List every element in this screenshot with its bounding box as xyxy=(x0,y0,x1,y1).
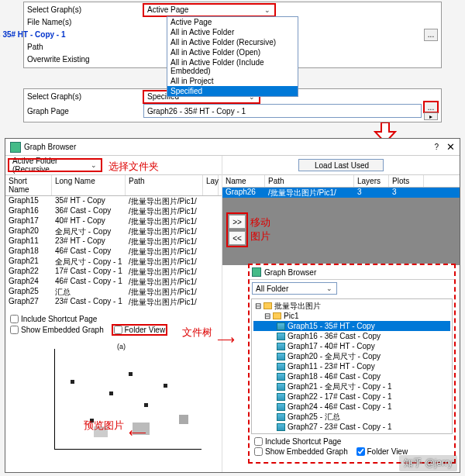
graph-icon xyxy=(277,413,285,421)
tree-item[interactable]: Graph25 - 汇总 xyxy=(253,412,450,422)
option-recursive[interactable]: All in Active Folder (Recursive) xyxy=(167,37,298,47)
app-icon xyxy=(10,142,21,153)
graph-preview: (a) xyxy=(31,341,209,457)
window-title: Graph Browser xyxy=(24,143,76,151)
col-layers-r[interactable]: Layers xyxy=(354,175,389,187)
table-row[interactable]: Graph21全局尺寸 - Copy - 1/批量导出图片/Pic1/ xyxy=(5,257,222,267)
plot-label: (a) xyxy=(117,343,126,350)
col-path-r[interactable]: Path xyxy=(265,175,354,187)
arrow-icon: ⟶ xyxy=(217,332,235,347)
graph-icon xyxy=(277,383,285,391)
watermark: 知乎 @jerry xyxy=(399,455,457,471)
graph-icon xyxy=(277,433,285,435)
tree-show-embedded[interactable]: Show Embedded Graph xyxy=(254,447,348,456)
overwrite-label: Overwrite Existing xyxy=(27,55,143,64)
chevron-down-icon: ⌄ xyxy=(323,285,335,292)
folder-view-checkbox[interactable]: Folder View xyxy=(112,325,167,335)
tree-item[interactable]: Graph21 - 全局尺寸 - Copy - 1 xyxy=(253,381,450,391)
graph-icon xyxy=(277,343,285,350)
annotation-preview: 预览图片 xyxy=(84,419,124,433)
select-graphs-label: Select Graph(s) xyxy=(27,5,143,14)
select-graphs-options[interactable]: Active Page All in Active Folder All in … xyxy=(167,16,298,97)
col-short-name[interactable]: Short Name xyxy=(5,175,52,195)
table-row[interactable]: Graph20全局尺寸 - Copy/批量导出图片/Pic1/ xyxy=(5,226,222,236)
tree-item[interactable]: Graph24 - 46# Cast - Copy - 1 xyxy=(253,402,450,412)
move-right-button[interactable]: >> xyxy=(229,215,246,229)
option-specified[interactable]: Specified xyxy=(167,86,298,96)
col-long-name[interactable]: Long Name xyxy=(52,175,126,195)
annotation-move-1: 移动 xyxy=(250,216,270,229)
tree-item[interactable]: Graph27 - 23# Cast - Copy - 1 xyxy=(253,422,450,432)
folder-icon xyxy=(264,302,272,309)
option-active-page[interactable]: Active Page xyxy=(167,17,298,27)
col-layers[interactable]: Lay xyxy=(203,175,219,195)
app-icon xyxy=(252,267,261,277)
titlebar: Graph Browser ? ✕ xyxy=(5,139,460,156)
close-button[interactable]: ✕ xyxy=(446,141,455,153)
graph-icon xyxy=(277,423,285,431)
tree-item[interactable]: Graph20 - 全局尺寸 - Copy xyxy=(253,351,450,361)
tree-item[interactable]: Graph18 - 46# Cast - Copy xyxy=(253,371,450,381)
option-open[interactable]: All in Active Folder (Open) xyxy=(167,47,298,57)
graph-page-menu-button[interactable]: ▸ xyxy=(424,112,438,120)
graph-icon xyxy=(277,363,285,371)
show-embedded-checkbox[interactable]: Show Embedded Graph xyxy=(10,326,104,334)
annotation-move-2: 图片 xyxy=(250,229,270,243)
option-project[interactable]: All in Project xyxy=(167,76,298,86)
table-row[interactable]: Graph1636# Cast - Copy/批量导出图片/Pic1/ xyxy=(5,206,222,216)
move-left-button[interactable]: << xyxy=(229,231,246,245)
tree-item[interactable]: Graph17 - 40# HT - Copy xyxy=(253,341,450,351)
option-all-active-folder[interactable]: All in Active Folder xyxy=(167,27,298,37)
table-row[interactable]: Graph1740# HT - Copy/批量导出图片/Pic1/ xyxy=(5,216,222,226)
browse-filename-button[interactable]: ... xyxy=(424,29,438,41)
tree-item[interactable]: Graph28 - 36# Cast - Copy - 1 xyxy=(253,432,450,434)
tree-title: Graph Browser xyxy=(264,268,316,277)
graph-page-label: Graph Page xyxy=(27,107,143,116)
table-row[interactable]: Graph1846# Cast - Copy/批量导出图片/Pic1/ xyxy=(5,247,222,257)
col-plots[interactable]: Plots xyxy=(389,175,424,187)
tree-filter-dropdown[interactable]: All Folder ⌄ xyxy=(252,282,337,295)
table-row[interactable]: Graph1123# HT - Copy/批量导出图片/Pic1/ xyxy=(5,236,222,247)
option-embedded[interactable]: All in Active Folder (Include Embedded) xyxy=(167,57,298,76)
table-row[interactable]: Graph26 /批量导出图片/Pic1/ 3 3 xyxy=(222,188,460,198)
tree-item[interactable]: Graph16 - 36# Cast - Copy xyxy=(253,331,450,341)
browse-graph-button[interactable]: ... xyxy=(424,102,438,112)
export-settings-panel: Select Graph(s) Active Page ⌄ File Name(… xyxy=(23,2,442,68)
help-button[interactable]: ? xyxy=(434,143,439,151)
arrow-icon: ⟵ xyxy=(129,425,146,440)
table-row[interactable]: Graph2217# Cast - Copy - 1/批量导出图片/Pic1/ xyxy=(5,267,222,277)
folder-scope-dropdown[interactable]: Active Folder (Recursive ⌄ xyxy=(9,159,102,171)
graph-icon xyxy=(277,353,285,360)
table-row[interactable]: Graph2723# Cast - Copy - 1/批量导出图片/Pic1/ xyxy=(5,297,222,307)
col-path[interactable]: Path xyxy=(126,175,203,195)
save-as-text: File will be saved as 35# HT - Copy - 1 xyxy=(0,30,66,39)
graph-icon xyxy=(277,373,285,381)
include-shortcut-checkbox[interactable]: Include Shortcut Page xyxy=(10,315,97,323)
tree-item[interactable]: Graph22 - 17# Cast - Copy - 1 xyxy=(253,391,450,402)
move-buttons-group: >> << xyxy=(227,213,247,247)
path-label: Path xyxy=(27,43,143,51)
graph-page-input[interactable]: Graph26 - 35# HT - Copy - 1 xyxy=(143,104,422,118)
col-name[interactable]: Name xyxy=(222,175,265,187)
select-graphs-dropdown[interactable]: Active Page ⌄ xyxy=(143,4,275,16)
tree-item[interactable]: Graph11 - 23# HT - Copy xyxy=(253,361,450,371)
tree-include-shortcut[interactable]: Include Shortcut Page xyxy=(254,437,341,446)
load-last-used-button[interactable]: Load Last Used xyxy=(298,159,384,171)
graph-icon xyxy=(277,323,285,330)
select-graphs-label-2: Select Graph(s) xyxy=(27,92,143,101)
graph-icon xyxy=(277,403,285,411)
folder-tree[interactable]: ⊟批量导出图片 ⊟Pic1 Graph15 - 35# HT - CopyGra… xyxy=(251,298,453,434)
tree-item[interactable]: Graph15 - 35# HT - Copy xyxy=(253,321,450,331)
table-row[interactable]: Graph25汇总/批量导出图片/Pic1/ xyxy=(5,287,222,297)
select-graphs-value: Active Page xyxy=(147,5,188,14)
minus-icon[interactable]: ⊟ xyxy=(255,302,261,310)
graph-icon xyxy=(277,393,285,401)
chevron-down-icon: ⌄ xyxy=(88,161,99,169)
table-row[interactable]: Graph1535# HT - Copy/批量导出图片/Pic1/ xyxy=(5,196,222,206)
chevron-down-icon: ⌄ xyxy=(261,6,273,14)
minus-icon[interactable]: ⊟ xyxy=(264,312,270,320)
left-graph-table: Short Name Long Name Path Lay Graph1535#… xyxy=(5,174,222,312)
graph-icon xyxy=(277,333,285,340)
table-row[interactable]: Graph2446# Cast - Copy - 1/批量导出图片/Pic1/ xyxy=(5,277,222,287)
tree-panel-overlay: Graph Browser All Folder ⌄ ⊟批量导出图片 ⊟Pic1… xyxy=(248,264,456,464)
